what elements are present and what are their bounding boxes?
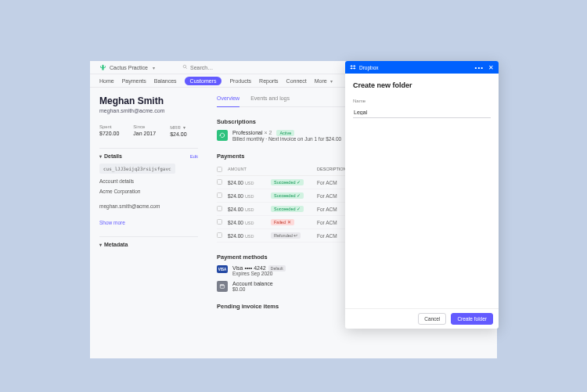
active-badge: Active: [276, 130, 294, 136]
stat-spent-value: $720.00: [99, 131, 119, 136]
pm-visa-exp: Expires Sep 2020: [232, 271, 286, 276]
status-badge: Succeeded ✓: [271, 192, 304, 199]
payment-amount: $24.00USD: [228, 220, 271, 225]
dropbox-create-folder-modal: Dropbox ••• ✕ Create new folder Name Can…: [345, 61, 499, 329]
more-icon[interactable]: •••: [475, 64, 484, 71]
show-more-link[interactable]: Show more: [99, 220, 198, 225]
nav-connect[interactable]: Connect: [286, 78, 307, 84]
nav-more[interactable]: More ▾: [315, 78, 333, 84]
metadata-title[interactable]: Metadata: [99, 242, 128, 247]
status-badge: Succeeded ✓: [271, 179, 304, 185]
create-folder-button[interactable]: Create folder: [451, 313, 493, 325]
brand-name: Cactus Practice: [110, 65, 148, 70]
pm-balance-title: Account balance: [232, 281, 273, 286]
dropbox-icon: [350, 64, 356, 70]
subscription-title: Professional × 2 Active: [232, 130, 341, 136]
status-badge: Refunded ↩: [271, 232, 301, 239]
name-field-input[interactable]: [353, 107, 491, 118]
nav-products[interactable]: Products: [229, 78, 251, 84]
row-checkbox[interactable]: [217, 219, 222, 225]
customer-email: meghan.smith@acme.com: [99, 108, 198, 113]
pm-balance-value: $0.00: [232, 286, 273, 292]
nav-reports[interactable]: Reports: [259, 78, 279, 84]
detail-line-account: Account details: [99, 178, 198, 184]
details-panel-head: Details Edit: [99, 148, 198, 159]
svg-line-1: [185, 67, 186, 68]
row-checkbox[interactable]: [217, 192, 222, 198]
nav-payments[interactable]: Payments: [122, 78, 146, 84]
stat-spent: Spent $720.00: [99, 124, 119, 137]
customer-name: Meghan Smith: [99, 95, 198, 106]
modal-footer: Cancel Create folder: [345, 308, 499, 329]
cactus-icon: [99, 64, 106, 71]
select-all-checkbox[interactable]: [217, 167, 222, 172]
stat-since: Since Jan 2017: [133, 124, 156, 137]
stat-since-label: Since: [133, 124, 156, 129]
nav-customers[interactable]: Customers: [185, 77, 222, 85]
payment-amount: $24.00USD: [228, 233, 271, 239]
chevron-down-icon: ▾: [330, 79, 333, 84]
row-checkbox[interactable]: [217, 206, 222, 211]
refresh-icon: [217, 130, 228, 141]
stat-mrr: MRR ▾ $24.00: [170, 124, 186, 137]
status-badge: Succeeded ✓: [271, 206, 304, 212]
modal-header: Dropbox ••• ✕: [345, 61, 499, 74]
stat-spent-label: Spent: [99, 124, 119, 129]
pm-visa-title: Visa •••• 4242Default: [232, 265, 286, 271]
detail-line-company: Acme Corporation: [99, 189, 198, 194]
search-input[interactable]: [190, 65, 253, 70]
stat-mrr-label: MRR ▾: [170, 124, 186, 130]
metadata-panel-head: Metadata: [99, 236, 198, 247]
customer-left-column: Meghan Smith meghan.smith@acme.com Spent…: [90, 88, 207, 358]
brand[interactable]: Cactus Practice ▾: [99, 64, 155, 71]
modal-body: Create new folder Name: [345, 74, 499, 308]
nav-home[interactable]: Home: [99, 78, 114, 84]
payment-amount: $24.00USD: [228, 193, 271, 199]
wallet-icon: [217, 281, 228, 292]
details-edit-link[interactable]: Edit: [190, 154, 198, 159]
modal-title: Create new folder: [353, 81, 491, 89]
subscription-body: Professional × 2 Active Billed monthly ·…: [232, 130, 341, 142]
tab-overview[interactable]: Overview: [217, 95, 239, 107]
svg-point-0: [183, 65, 186, 68]
row-checkbox[interactable]: [217, 179, 222, 185]
status-badge: Failed ✕: [271, 219, 294, 225]
chevron-down-icon: ▾: [153, 65, 155, 70]
row-checkbox[interactable]: [217, 232, 222, 238]
stat-mrr-value: $24.00: [170, 131, 186, 137]
payment-amount: $24.00USD: [228, 207, 271, 212]
subscription-subline: Billed monthly · Next invoice on Jun 1 f…: [232, 136, 341, 142]
chevron-down-icon: ▾: [183, 125, 185, 130]
name-field-label: Name: [353, 99, 491, 103]
tab-events[interactable]: Events and logs: [250, 95, 290, 103]
close-icon[interactable]: ✕: [488, 64, 494, 71]
customer-id-code[interactable]: cus_lJJ3eijq23rsijsfgavc: [99, 164, 175, 174]
payment-amount: $24.00USD: [228, 180, 271, 185]
cancel-button[interactable]: Cancel: [418, 313, 446, 325]
customer-stats: Spent $720.00 Since Jan 2017 MRR ▾ $24.0…: [99, 124, 198, 137]
modal-app-name: Dropbox: [359, 65, 379, 70]
col-amount-header: AMOUNT: [228, 167, 271, 173]
stat-since-value: Jan 2017: [133, 131, 156, 136]
nav-balances[interactable]: Balances: [154, 78, 177, 84]
details-title[interactable]: Details: [99, 153, 122, 159]
visa-card-icon: VISA: [217, 265, 228, 273]
search-icon: [182, 64, 188, 70]
detail-line-email: meghan.smith@acme.com: [99, 203, 198, 209]
search[interactable]: [182, 64, 253, 70]
